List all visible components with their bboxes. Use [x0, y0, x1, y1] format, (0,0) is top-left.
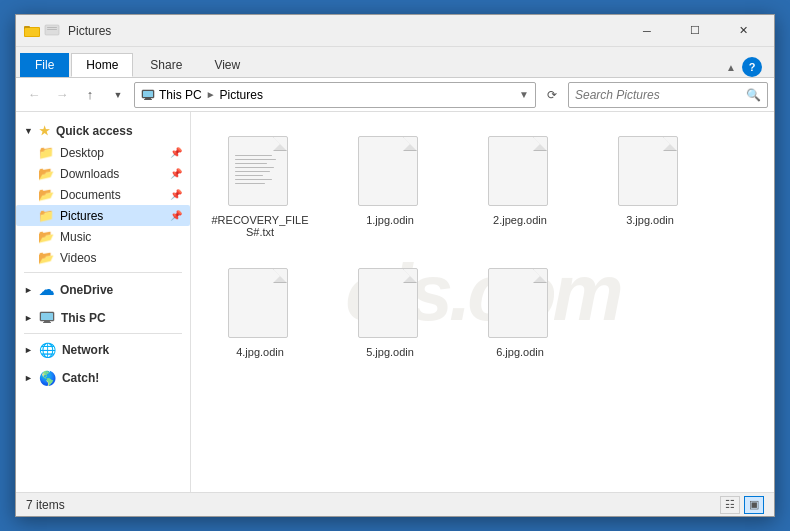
minimize-button[interactable]: ─	[624, 17, 670, 45]
catch-icon: 🌎	[39, 370, 56, 386]
pictures-folder-icon: 📁	[38, 208, 54, 223]
path-dropdown-icon[interactable]: ▼	[519, 89, 529, 100]
file-thumb-2jpeg	[488, 136, 552, 210]
file-page-4jpg	[228, 268, 288, 338]
ribbon-collapse-icon[interactable]: ▲	[726, 62, 736, 73]
expand-icon-network: ►	[24, 345, 33, 355]
file-item-1jpg[interactable]: 1.jpg.odin	[335, 126, 445, 248]
file-name-3jpg: 3.jpg.odin	[626, 214, 674, 226]
help-button[interactable]: ?	[742, 57, 762, 77]
search-box[interactable]: 🔍	[568, 82, 768, 108]
sidebar-item-desktop[interactable]: 📁 Desktop 📌	[16, 142, 190, 163]
file-item-5jpg[interactable]: 5.jpg.odin	[335, 258, 445, 368]
sidebar-label-onedrive: OneDrive	[60, 283, 113, 297]
documents-folder-icon: 📂	[38, 187, 54, 202]
close-button[interactable]: ✕	[720, 17, 766, 45]
ribbon: File Home Share View ▲ ?	[16, 47, 774, 78]
ribbon-tabs: File Home Share View ▲ ?	[16, 47, 774, 77]
large-icons-view-button[interactable]: ▣	[744, 496, 764, 514]
sidebar-label-documents: Documents	[60, 188, 121, 202]
sidebar-item-pictures[interactable]: 📁 Pictures 📌	[16, 205, 190, 226]
desktop-folder-icon: 📁	[38, 145, 54, 160]
sidebar-label-videos: Videos	[60, 251, 96, 265]
refresh-button[interactable]: ⟳	[540, 83, 564, 107]
ribbon-help: ▲ ?	[726, 57, 770, 77]
downloads-folder-icon: 📂	[38, 166, 54, 181]
file-name-6jpg: 6.jpg.odin	[496, 346, 544, 358]
file-area: ojs.com	[191, 112, 774, 492]
expand-icon-thispc: ►	[24, 313, 33, 323]
file-item-4jpg[interactable]: 4.jpg.odin	[205, 258, 315, 368]
file-fold-5jpg	[403, 269, 417, 283]
view-toggle: ☷ ▣	[720, 496, 764, 514]
path-this-pc: This PC	[159, 88, 202, 102]
sidebar-item-catch[interactable]: ► 🌎 Catch!	[16, 366, 190, 390]
sidebar-label-pictures: Pictures	[60, 209, 103, 223]
file-page-5jpg	[358, 268, 418, 338]
main-content: ▼ ★ Quick access 📁 Desktop 📌 📂 Downloads…	[16, 112, 774, 492]
tab-view[interactable]: View	[199, 53, 255, 77]
sidebar-header-quick-access[interactable]: ▼ ★ Quick access	[16, 120, 190, 142]
sidebar-item-videos[interactable]: 📂 Videos	[16, 247, 190, 268]
details-view-button[interactable]: ☷	[720, 496, 740, 514]
sidebar: ▼ ★ Quick access 📁 Desktop 📌 📂 Downloads…	[16, 112, 191, 492]
file-page-recovery	[228, 136, 288, 206]
sidebar-item-music[interactable]: 📂 Music	[16, 226, 190, 247]
back-button[interactable]: ←	[22, 83, 46, 107]
svg-rect-7	[47, 29, 57, 30]
recent-locations-button[interactable]: ▼	[106, 83, 130, 107]
sidebar-item-onedrive[interactable]: ► ☁ OneDrive	[16, 277, 190, 303]
sidebar-item-network[interactable]: ► 🌐 Network	[16, 338, 190, 362]
file-thumb-6jpg	[488, 268, 552, 342]
file-thumb-5jpg	[358, 268, 422, 342]
sidebar-label-desktop: Desktop	[60, 146, 104, 160]
window-title: Pictures	[68, 24, 624, 38]
file-fold-4jpg	[273, 269, 287, 283]
up-button[interactable]: ↑	[78, 83, 102, 107]
expand-icon-onedrive: ►	[24, 285, 33, 295]
tab-share[interactable]: Share	[135, 53, 197, 77]
tab-file[interactable]: File	[20, 53, 69, 77]
address-path[interactable]: This PC ► Pictures ▼	[134, 82, 536, 108]
sidebar-label-music: Music	[60, 230, 91, 244]
search-icon: 🔍	[746, 88, 761, 102]
file-item-recovery[interactable]: #RECOVERY_FILES#.txt	[205, 126, 315, 248]
window-folder-icon	[24, 23, 40, 39]
path-pictures: Pictures	[220, 88, 263, 102]
maximize-button[interactable]: ☐	[672, 17, 718, 45]
sidebar-item-downloads[interactable]: 📂 Downloads 📌	[16, 163, 190, 184]
sidebar-label-quick-access: Quick access	[56, 124, 133, 138]
svg-rect-4	[25, 28, 39, 36]
music-folder-icon: 📂	[38, 229, 54, 244]
sidebar-section-network: ► 🌐 Network	[16, 338, 190, 362]
sidebar-label-downloads: Downloads	[60, 167, 119, 181]
tab-home[interactable]: Home	[71, 53, 133, 77]
path-pc-icon	[141, 88, 155, 102]
file-item-3jpg[interactable]: 3.jpg.odin	[595, 126, 705, 248]
pin-icon-pictures: 📌	[170, 210, 182, 221]
sidebar-label-network: Network	[62, 343, 109, 357]
network-icon: 🌐	[39, 342, 56, 358]
search-input[interactable]	[575, 88, 742, 102]
sidebar-section-thispc: ► This PC	[16, 307, 190, 329]
sidebar-label-thispc: This PC	[61, 311, 106, 325]
pin-icon-downloads: 📌	[170, 168, 182, 179]
expand-icon-catch: ►	[24, 373, 33, 383]
sidebar-item-thispc[interactable]: ► This PC	[16, 307, 190, 329]
address-bar: ← → ↑ ▼ This PC ► Pictures ▼ ⟳ 🔍	[16, 78, 774, 112]
sidebar-label-catch: Catch!	[62, 371, 99, 385]
forward-button[interactable]: →	[50, 83, 74, 107]
pin-icon-desktop: 📌	[170, 147, 182, 158]
svg-rect-11	[144, 99, 152, 100]
title-icons	[24, 23, 60, 39]
file-item-2jpeg[interactable]: 2.jpeg.odin	[465, 126, 575, 248]
file-thumb-3jpg	[618, 136, 682, 210]
file-thumb-1jpg	[358, 136, 422, 210]
sidebar-section-onedrive: ► ☁ OneDrive	[16, 277, 190, 303]
file-fold-recovery	[273, 137, 287, 151]
file-fold-2jpeg	[533, 137, 547, 151]
svg-rect-13	[41, 313, 53, 320]
file-item-6jpg[interactable]: 6.jpg.odin	[465, 258, 575, 368]
sidebar-item-documents[interactable]: 📂 Documents 📌	[16, 184, 190, 205]
videos-folder-icon: 📂	[38, 250, 54, 265]
